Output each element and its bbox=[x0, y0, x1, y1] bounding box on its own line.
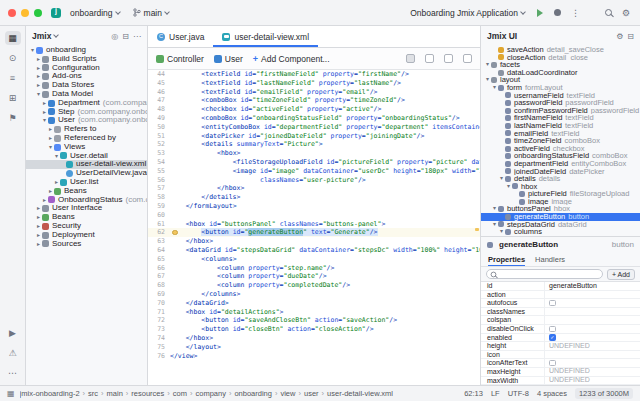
breadcrumb-item[interactable]: com bbox=[173, 389, 187, 398]
code-line-65[interactable]: 65 <columns> bbox=[148, 255, 480, 264]
tree-item-userdetailview-java[interactable]: UserDetailView.java(com.com bbox=[26, 169, 147, 178]
tree-item-saveaction[interactable]: saveActiondetail_saveClose bbox=[481, 46, 640, 54]
chevron-right-icon[interactable]: ▸ bbox=[47, 187, 54, 196]
chevron-down-icon[interactable]: ▾ bbox=[47, 143, 54, 152]
code-line-45[interactable]: 45 <textField id="lastNameField" propert… bbox=[148, 79, 480, 88]
tree-item-lastnamefield[interactable]: lastNameFieldtextField bbox=[481, 122, 640, 130]
tree-item-dataloadcoordinator[interactable]: dataLoadCoordinator bbox=[481, 69, 640, 77]
tree-item-onboardingstatusfield[interactable]: onboardingStatusFieldcomboBox bbox=[481, 152, 640, 160]
checkbox-disableOnClick[interactable] bbox=[549, 326, 556, 333]
chevron-right-icon[interactable]: ▸ bbox=[35, 240, 42, 249]
chevron-right-icon[interactable]: ▸ bbox=[47, 125, 54, 134]
code-line-67[interactable]: 67 <column property="dueDate"/> bbox=[148, 272, 480, 281]
tree-item-timezonefield[interactable]: timeZoneFieldcomboBox bbox=[481, 137, 640, 145]
chevron-right-icon[interactable]: ▸ bbox=[35, 213, 42, 222]
chevron-down-icon[interactable]: ▾ bbox=[35, 90, 42, 99]
run-button[interactable] bbox=[537, 9, 543, 17]
tree-item-user-detail[interactable]: ▾User.detail bbox=[26, 152, 147, 161]
panel-settings-icon[interactable]: ⚙ bbox=[616, 32, 623, 41]
code-line-55[interactable]: 55 <image id="image" dataContainer="user… bbox=[148, 167, 480, 176]
tree-item-usernamefield[interactable]: usernameFieldtextField bbox=[481, 92, 640, 100]
plugins-icon[interactable]: ⊞ bbox=[5, 91, 21, 105]
code-line-63[interactable]: 63 </hbox> bbox=[148, 237, 480, 246]
tree-item-image[interactable]: imageimage bbox=[481, 198, 640, 206]
code-line-53[interactable]: 53 <hbox> bbox=[148, 149, 480, 158]
code-line-52[interactable]: 52 <details summaryText="Picture"> bbox=[148, 140, 480, 149]
tree-item-form[interactable]: ▾formformLayout bbox=[481, 84, 640, 92]
code-line-62[interactable]: 62 <button id="generateButton" text="Gen… bbox=[148, 228, 480, 237]
code-line-58[interactable]: 58 </details> bbox=[148, 193, 480, 202]
tree-item-views[interactable]: ▾Views bbox=[26, 143, 147, 152]
tree-item-hbox[interactable]: ▾hbox bbox=[481, 183, 640, 191]
code-line-75[interactable]: 75 </layout> bbox=[148, 343, 480, 352]
entity-selector[interactable]: User bbox=[214, 54, 243, 64]
breadcrumb-item[interactable]: user-detail-view.xml bbox=[327, 389, 393, 398]
chevron-right-icon[interactable]: ▸ bbox=[35, 204, 42, 213]
chevron-right-icon[interactable]: ▸ bbox=[35, 55, 42, 64]
controller-button[interactable]: Controller bbox=[156, 54, 204, 64]
code-line-68[interactable]: 68 <column property="completedDate"/> bbox=[148, 281, 480, 290]
code-line-73[interactable]: 73 <button id="closeBtn" action="closeAc… bbox=[148, 325, 480, 334]
code-line-49[interactable]: 49 <comboBox id="onboardingStatusField" … bbox=[148, 114, 480, 123]
code-line-69[interactable]: 69 </columns> bbox=[148, 290, 480, 299]
checkbox-autofocus[interactable] bbox=[549, 300, 556, 307]
structure-icon[interactable]: ≡ bbox=[5, 71, 21, 85]
code-line-71[interactable]: 71 <hbox id="detailActions"> bbox=[148, 308, 480, 317]
breadcrumb-item[interactable]: onboarding bbox=[234, 389, 272, 398]
tree-item-columns[interactable]: ▾columns bbox=[481, 228, 640, 236]
tree-item-firstnamefield[interactable]: firstNameFieldtextField bbox=[481, 114, 640, 122]
more-actions-button[interactable]: ⋮ bbox=[569, 8, 582, 18]
tree-item-referenced-by[interactable]: ▸Referenced by bbox=[26, 134, 147, 143]
code-line-44[interactable]: 44 <textField id="firstNameField" proper… bbox=[148, 70, 480, 79]
tree-item-departmentfield[interactable]: departmentFieldentityComboBox bbox=[481, 160, 640, 168]
property-value[interactable]: UNDEFINED bbox=[545, 367, 640, 376]
toolwindows-icon[interactable]: ▦ bbox=[7, 389, 15, 398]
tree-item-beans[interactable]: ▸Beans bbox=[26, 187, 147, 196]
breadcrumb-item[interactable]: view bbox=[280, 389, 295, 398]
code-line-66[interactable]: 66 <column property="step.name"/> bbox=[148, 264, 480, 273]
chevron-down-icon[interactable]: ▾ bbox=[491, 205, 498, 213]
tree-item-onboarding[interactable]: ▾onboarding bbox=[26, 46, 147, 55]
chevron-right-icon[interactable]: ▸ bbox=[35, 72, 42, 81]
tree-item-department[interactable]: ▸Department(com.company.onboarding bbox=[26, 99, 147, 108]
code-line-57[interactable]: 57 </hbox> bbox=[148, 184, 480, 193]
tree-item-facets[interactable]: ▾facets bbox=[481, 61, 640, 69]
tree-item-user[interactable]: ▾User(com.company.onboarding.entity bbox=[26, 116, 147, 125]
tree-item-beans[interactable]: ▸Beans bbox=[26, 213, 147, 222]
tree-item-data-model[interactable]: ▾Data Model bbox=[26, 90, 147, 99]
run-configuration-selector[interactable]: Onboarding Jmix Application bbox=[406, 6, 529, 20]
intention-bulb-icon[interactable] bbox=[172, 230, 178, 236]
cursor-position[interactable]: 62:13 bbox=[464, 389, 483, 398]
code-line-48[interactable]: 48 <checkbox id="activeField" property="… bbox=[148, 105, 480, 114]
chevron-right-icon[interactable]: ▸ bbox=[35, 222, 42, 231]
chevron-down-icon[interactable]: ▾ bbox=[29, 46, 36, 55]
commit-icon[interactable]: ⊙ bbox=[5, 51, 21, 65]
property-row-icon[interactable]: icon bbox=[481, 351, 640, 360]
tree-item-step[interactable]: ▸Step(com.company.onboarding.entity bbox=[26, 108, 147, 117]
property-value[interactable]: UNDEFINED bbox=[545, 376, 640, 385]
bookmarks-icon[interactable]: ⚑ bbox=[5, 111, 21, 125]
run-tool-icon[interactable]: ▶ bbox=[5, 326, 21, 340]
property-row-classNames[interactable]: classNames bbox=[481, 308, 640, 317]
tree-item-user-detail-view-xml[interactable]: user-detail-view.xml(com.com bbox=[26, 160, 147, 169]
code-line-74[interactable]: 74 </hbox> bbox=[148, 334, 480, 343]
project-selector[interactable]: onboarding bbox=[66, 6, 124, 20]
property-row-id[interactable]: idgenerateButton bbox=[481, 282, 640, 291]
breadcrumb-item[interactable]: user bbox=[304, 389, 319, 398]
code-line-56[interactable]: 56 classNames="user-picture"/> bbox=[148, 176, 480, 185]
tree-item-details[interactable]: ▾detailsdetails bbox=[481, 175, 640, 183]
tree-item-add-ons[interactable]: ▸Add-ons bbox=[26, 72, 147, 81]
code-line-46[interactable]: 46 <textField id="emailField" property="… bbox=[148, 88, 480, 97]
tree-item-user-interface[interactable]: ▸User Interface bbox=[26, 204, 147, 213]
tree-item-passwordfield[interactable]: passwordFieldpasswordField bbox=[481, 99, 640, 107]
chevron-down-icon[interactable]: ▾ bbox=[498, 175, 505, 183]
chevron-down-icon[interactable]: ▾ bbox=[53, 152, 60, 161]
file-encoding[interactable]: U​TF-8 bbox=[508, 389, 529, 398]
code-line-64[interactable]: 64 <dataGrid id="stepsDataGrid" dataCont… bbox=[148, 246, 480, 255]
tree-item-confirmpasswordfield[interactable]: confirmPasswordFieldpasswordField bbox=[481, 107, 640, 115]
hide-panel-icon[interactable]: ⊟ bbox=[627, 32, 634, 41]
zoom-window-button[interactable] bbox=[34, 9, 42, 17]
code-line-47[interactable]: 47 <comboBox id="timeZoneField" property… bbox=[148, 96, 480, 105]
property-value[interactable]: UNDEFINED bbox=[545, 342, 640, 351]
breadcrumb-item[interactable]: resources bbox=[131, 389, 164, 398]
